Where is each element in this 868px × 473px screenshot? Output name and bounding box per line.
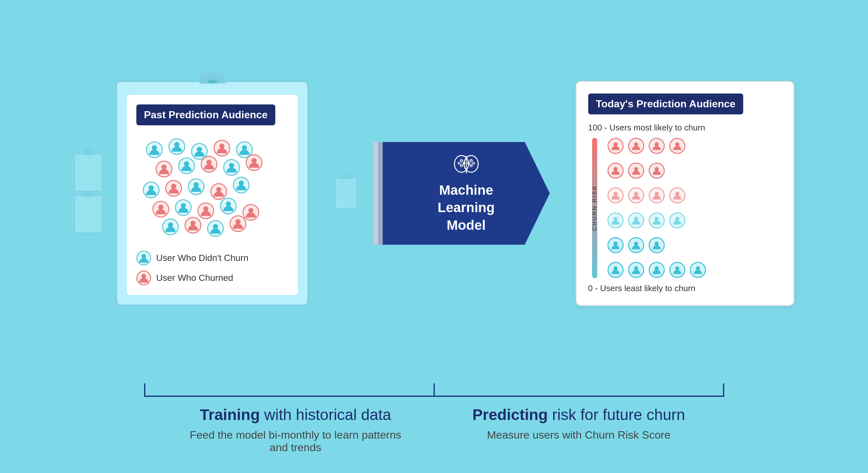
svg-point-17: [203, 206, 208, 211]
scatter-dot: [214, 140, 230, 157]
svg-point-21: [190, 221, 195, 226]
scatter-dot: [146, 141, 163, 158]
ghost-clip-1: [74, 153, 103, 192]
svg-point-16: [181, 203, 186, 208]
svg-point-5: [161, 165, 166, 170]
ranked-users: [608, 138, 782, 278]
scatter-dot: [168, 138, 185, 155]
ranked-user-dot: [649, 138, 665, 154]
today-clipboard: Today's Prediction Audience 100 - Users …: [576, 81, 794, 306]
legend-area: User Who Didn't Churn User Who Churned: [136, 250, 288, 285]
svg-point-14: [239, 180, 244, 186]
ranked-user-dot: [669, 138, 685, 154]
svg-point-3: [219, 144, 224, 149]
svg-point-22: [213, 224, 218, 229]
svg-point-57: [634, 242, 638, 246]
scatter-dot: [229, 215, 246, 232]
scatter-dot: [175, 199, 192, 216]
ranked-user-dot: [669, 262, 685, 278]
ranked-user-dot: [628, 237, 644, 253]
brain-icon: [452, 153, 481, 178]
svg-point-10: [149, 185, 154, 191]
scatter-dot: [143, 181, 159, 198]
scatter-dot: [152, 201, 169, 217]
svg-point-47: [654, 167, 659, 171]
bottom-block-training: Training with historical data Feed the m…: [183, 406, 408, 454]
scatter-dot: [188, 178, 205, 195]
legend-didnt-churn: User Who Didn't Churn: [136, 250, 288, 265]
scatter-dot: [246, 154, 262, 171]
svg-point-25: [141, 274, 146, 278]
svg-point-36: [473, 162, 475, 164]
ranked-row: [608, 138, 782, 154]
svg-point-50: [654, 192, 659, 196]
svg-point-31: [458, 162, 460, 164]
ranked-row: [608, 237, 782, 253]
arrow-main: Machine Learning Model: [383, 142, 550, 245]
ranked-row: [608, 212, 782, 229]
svg-point-12: [194, 182, 199, 187]
ranked-user-dot: [608, 237, 624, 253]
ranked-user-dot: [608, 187, 624, 203]
svg-point-1: [174, 142, 180, 147]
scatter-dot: [233, 177, 250, 194]
svg-point-43: [654, 142, 659, 146]
middle-ghost-1: [335, 177, 357, 209]
svg-point-11: [171, 184, 176, 189]
svg-point-49: [634, 192, 638, 196]
svg-point-56: [613, 242, 618, 246]
scale-top-label: 100 - Users most likely to churn: [588, 123, 782, 133]
svg-point-15: [158, 205, 163, 210]
legend-label-teal: User Who Didn't Churn: [156, 253, 249, 263]
scatter-dot: [201, 156, 217, 173]
ranked-user-dot: [608, 138, 624, 154]
bottom-block-predicting: Predicting risk for future churn Measure…: [472, 406, 685, 454]
past-clipboard-inner: Past Prediction Audience User Who Didn't…: [127, 95, 298, 295]
churn-scale: CHURN RISK: [588, 138, 601, 278]
scatter-dot: [162, 218, 179, 235]
today-badge: Today's Prediction Audience: [588, 94, 743, 114]
svg-point-7: [207, 160, 212, 165]
bottom-section: Training with historical data Feed the m…: [39, 380, 829, 454]
scale-bottom-label: 0 - Users least likely to churn: [588, 283, 782, 293]
bottom-subtitle-predicting: Measure users with Churn Risk Score: [472, 429, 685, 441]
scatter-dot: [220, 198, 237, 214]
bottom-title-training: Training with historical data: [183, 406, 408, 424]
svg-point-58: [654, 242, 659, 246]
svg-point-61: [654, 266, 659, 271]
top-section: Past Prediction Audience User Who Didn't…: [39, 19, 829, 367]
svg-point-44: [675, 142, 679, 146]
svg-point-48: [613, 192, 618, 196]
svg-point-18: [226, 201, 231, 207]
ranked-user-dot: [608, 212, 624, 229]
ranked-user-dot: [649, 212, 665, 229]
past-clipboard: Past Prediction Audience User Who Didn't…: [116, 81, 309, 306]
ranked-section: CHURN RISK: [588, 138, 782, 278]
ranked-user-dot: [628, 262, 644, 278]
scatter-dot: [185, 217, 201, 234]
svg-point-42: [634, 142, 638, 146]
ranked-user-dot: [690, 262, 706, 278]
svg-point-60: [634, 266, 638, 271]
scatter-dot: [178, 158, 195, 174]
ranked-user-dot: [628, 187, 644, 203]
scatter-dot: [223, 159, 240, 176]
legend-label-pink: User Who Churned: [156, 273, 234, 283]
svg-point-53: [634, 216, 638, 221]
ranked-user-dot: [628, 163, 644, 179]
bottom-subtitle-training: Feed the model bi-monthly to learn patte…: [183, 429, 408, 454]
svg-point-54: [654, 216, 659, 221]
svg-point-45: [613, 167, 618, 171]
scatter-dot: [210, 183, 227, 200]
svg-point-46: [634, 167, 638, 171]
past-badge: Past Prediction Audience: [136, 104, 276, 125]
scatter-dot: [156, 161, 173, 177]
scatter-dot: [197, 202, 214, 219]
ranked-user-dot: [649, 163, 665, 179]
svg-point-63: [695, 266, 700, 271]
ranked-user-dot: [608, 163, 624, 179]
svg-point-24: [141, 254, 146, 258]
svg-point-0: [152, 145, 157, 150]
ranked-user-dot: [649, 187, 665, 203]
svg-point-23: [236, 219, 241, 224]
